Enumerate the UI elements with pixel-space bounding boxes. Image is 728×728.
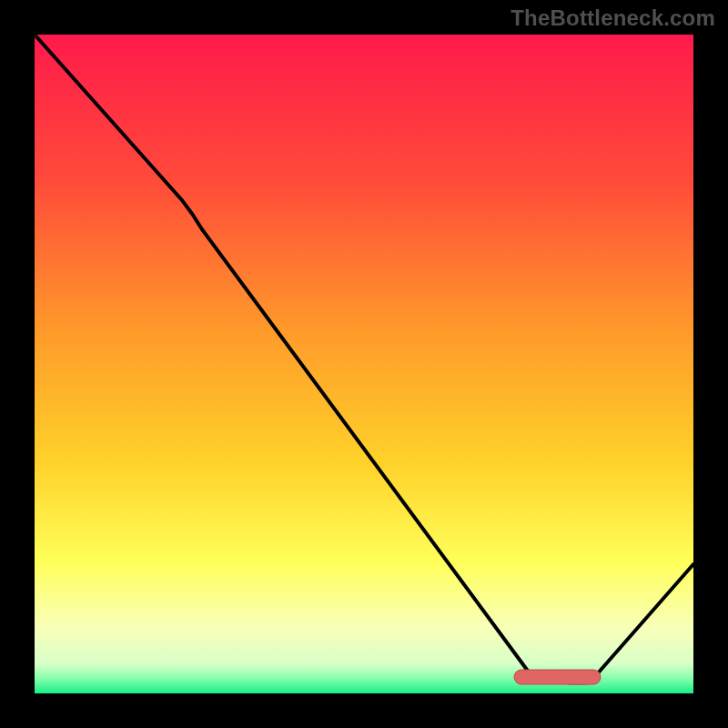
watermark-label: TheBottleneck.com xyxy=(511,5,715,31)
chart-svg xyxy=(0,0,728,728)
chart-container: TheBottleneck.com xyxy=(0,0,728,728)
optimal-marker xyxy=(514,670,601,684)
plot-area xyxy=(35,35,693,693)
